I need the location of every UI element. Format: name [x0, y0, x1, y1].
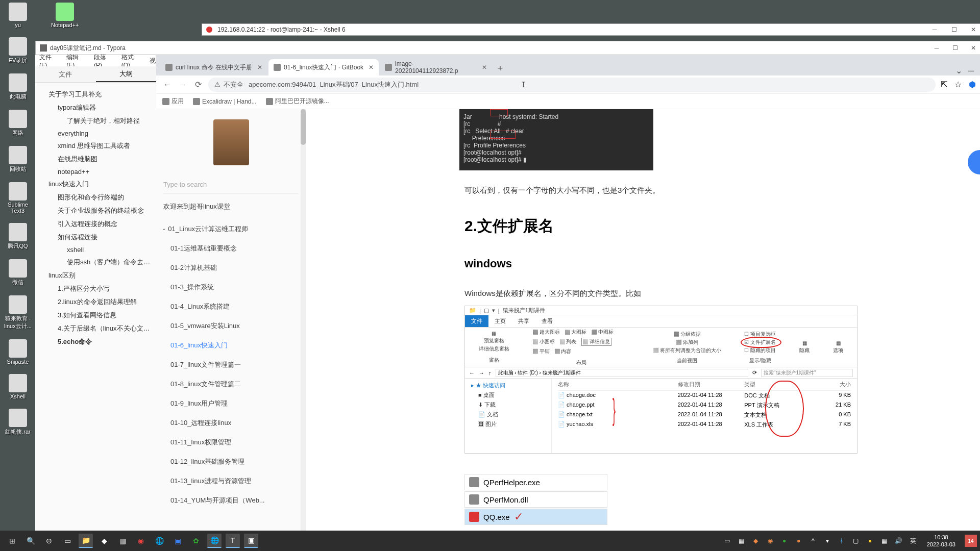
reload-button[interactable]: ⟳: [193, 80, 203, 90]
desktop-icon[interactable]: Snipaste: [3, 339, 33, 365]
desktop-icon[interactable]: 回收站: [3, 146, 33, 173]
outline-item[interactable]: 了解关于绝对，相对路径: [39, 114, 152, 128]
outline-item[interactable]: 2.linux的命令返回结果理解: [39, 295, 152, 309]
list-item[interactable]: QPerfMon.dll: [464, 491, 607, 508]
scrollbar-thumb[interactable]: [301, 109, 306, 145]
desktop-icon[interactable]: Sublime Text3: [3, 182, 33, 214]
desktop-icon[interactable]: 网络: [3, 110, 33, 137]
chrome-minimize-icon[interactable]: ─: [968, 66, 974, 76]
typora-taskbar-icon[interactable]: T: [226, 534, 240, 548]
taskview-button[interactable]: ▭: [60, 534, 75, 548]
list-item[interactable]: QQ.exe✓: [464, 509, 607, 525]
gitbook-link[interactable]: 01-9_linux用户管理: [156, 394, 306, 413]
tray-icon[interactable]: ▢: [851, 536, 861, 545]
gitbook-sidebar[interactable]: Type to search 欢迎来到超哥linux课堂 ›01_Linux云计…: [156, 109, 306, 539]
desktop-icon[interactable]: 猿来教育 -linux云计...: [3, 295, 33, 330]
outline-item[interactable]: 3.如何查看网络信息: [39, 309, 152, 322]
desktop-icon[interactable]: EV录屏: [3, 37, 33, 64]
gitbook-link[interactable]: 01-13_linux进程与资源管理: [156, 471, 306, 491]
chrome2-taskbar-icon[interactable]: 🌐: [207, 534, 222, 548]
outline-item[interactable]: 1.严格区分大小写: [39, 282, 152, 295]
tablist-dropdown-icon[interactable]: ⌄: [955, 66, 962, 76]
outline-item[interactable]: typora编辑器: [39, 101, 152, 114]
outline-item[interactable]: 在线思维脑图: [39, 153, 152, 166]
tray-ime-icon[interactable]: 英: [909, 536, 918, 545]
tray-icon[interactable]: ▾: [823, 536, 832, 545]
typora-minimize-button[interactable]: ─: [932, 43, 941, 53]
tray-icon[interactable]: ◉: [766, 536, 775, 545]
ribbon-tab-file[interactable]: 文件: [465, 315, 488, 327]
tab-close-icon[interactable]: ✕: [369, 64, 374, 71]
close-button[interactable]: ✕: [969, 25, 978, 34]
file-row[interactable]: 📄 chaoge.ppt2022-01-04 11:28PPT 演示文稿21 K…: [558, 400, 851, 410]
tray-volume-icon[interactable]: 🔊: [894, 536, 903, 545]
gitbook-link[interactable]: 01-5_vmware安装Linux: [156, 316, 306, 336]
outline-item[interactable]: 关于学习工具补充: [39, 88, 152, 101]
chrome-tab-gitbook[interactable]: 01-6_linux快速入门 · GitBook ✕: [268, 59, 379, 76]
ribbon-tab-share[interactable]: 共享: [512, 315, 535, 327]
sidebar-scrollbar[interactable]: [301, 109, 306, 539]
chrome-tab-image[interactable]: image-20220104112923872.p ✕: [380, 59, 492, 76]
explorer-nav[interactable]: ▸ ★ 快速访问 ■ 桌面 ⬇ 下载 📄 文档 🖼 图片: [465, 379, 552, 453]
gitbook-link[interactable]: 01-7_linux文件管理篇一: [156, 355, 306, 374]
gitbook-search-input[interactable]: Type to search: [163, 176, 299, 194]
chrome-taskbar-icon[interactable]: 🌐: [152, 534, 166, 548]
taskbar-app-5[interactable]: ✿: [189, 534, 203, 548]
notification-button[interactable]: 14: [965, 535, 977, 547]
outline-item[interactable]: xmind 思维导图工具或者: [39, 139, 152, 153]
outline-item[interactable]: 如何远程连接: [39, 231, 152, 244]
apps-shortcut[interactable]: 应用: [162, 97, 184, 106]
gitbook-link[interactable]: 01-3_操作系统: [156, 278, 306, 297]
new-tab-button[interactable]: +: [493, 61, 507, 76]
tray-icon[interactable]: ▭: [723, 536, 732, 545]
tray-icon[interactable]: ^: [808, 536, 818, 545]
desktop-icon[interactable]: Xshell: [3, 374, 33, 399]
outline-item[interactable]: 关于企业级服务器的终端概念: [39, 204, 152, 217]
taskbar-app-1[interactable]: ◆: [97, 534, 111, 548]
share-icon[interactable]: ⇱: [941, 80, 947, 89]
outline-item[interactable]: xshell: [39, 244, 152, 256]
gitbook-link[interactable]: 01-2计算机基础: [156, 258, 306, 278]
tray-bluetooth-icon[interactable]: ᚼ: [837, 536, 846, 545]
back-button[interactable]: ←: [162, 80, 173, 90]
desktop-icon[interactable]: 此电脑: [3, 73, 33, 101]
typora-menu-bar[interactable]: 文件(F) 编辑(E) 段落(P) 格式(O) 视: [35, 55, 156, 66]
vmware-taskbar-icon[interactable]: ▣: [244, 534, 258, 548]
gitbook-link[interactable]: 01-10_远程连接linux: [156, 413, 306, 433]
outline-item[interactable]: 5.echo命令: [39, 335, 152, 348]
ribbon-tab-home[interactable]: 主页: [488, 315, 512, 327]
outline-tree[interactable]: 关于学习工具补充typora编辑器了解关于绝对，相对路径everythingxm…: [35, 83, 156, 536]
typora-maximize-button[interactable]: ☐: [950, 43, 960, 53]
taskbar-app-4[interactable]: ▣: [170, 534, 185, 548]
tab-files[interactable]: 文件: [35, 66, 96, 82]
taskbar-app-2[interactable]: ▦: [115, 534, 130, 548]
outline-item[interactable]: notepad++: [39, 166, 152, 178]
tab-close-icon[interactable]: ✕: [257, 64, 262, 71]
tray-icon[interactable]: ●: [780, 536, 789, 545]
extension-icon[interactable]: ⬢: [969, 80, 976, 89]
maximize-button[interactable]: ☐: [949, 25, 959, 34]
minimize-button[interactable]: ─: [930, 25, 939, 34]
bookmark-star-icon[interactable]: ☆: [954, 80, 962, 89]
desktop-icon-notepad[interactable]: Notepad++: [51, 3, 79, 28]
gitbook-link[interactable]: 01-4_Linux系统搭建: [156, 297, 306, 316]
explorer-taskbar-icon[interactable]: 📁: [79, 534, 93, 548]
taskbar-app-3[interactable]: ◉: [134, 534, 148, 548]
desktop-icon[interactable]: 腾讯QQ: [3, 223, 33, 250]
tray-icon[interactable]: ▦: [737, 536, 746, 545]
gitbook-link[interactable]: 01-11_linux权限管理: [156, 433, 306, 452]
tray-network-icon[interactable]: ▦: [880, 536, 889, 545]
forward-button[interactable]: →: [178, 80, 188, 90]
bookmark-excalidraw[interactable]: Excalidraw | Hand...: [193, 98, 257, 105]
tray-icon[interactable]: ●: [794, 536, 803, 545]
explorer-search[interactable]: 搜索"猿来脱产1期课件": [761, 369, 853, 377]
tab-close-icon[interactable]: ✕: [482, 64, 487, 71]
desktop-icon[interactable]: yu: [3, 3, 33, 28]
tray-icon[interactable]: ●: [866, 536, 875, 545]
outline-item[interactable]: 4.关于后缀名（linux不关心文件后: [39, 322, 152, 335]
explorer-file-list[interactable]: 名称 修改日期 类型 大小 📄 chaoge.doc2022-01-04 11:…: [552, 379, 857, 453]
bookmark-aliyun[interactable]: 阿里巴巴开源镜像...: [266, 97, 329, 106]
gitbook-section-toggle[interactable]: ›01_Linux云计算运维工程师: [156, 219, 306, 239]
file-row[interactable]: 📄 chaoge.txt2022-01-04 11:28文本文档0 KB: [558, 410, 851, 420]
outline-item[interactable]: 使用ssh（客户端）命令去连接: [39, 256, 152, 269]
